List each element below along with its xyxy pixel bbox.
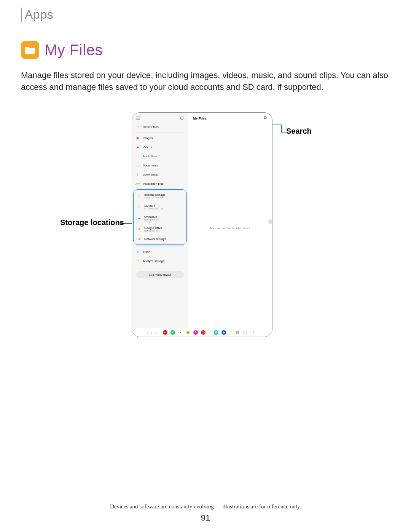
page-number: 91 <box>0 513 411 523</box>
sidebar-item-installation[interactable]: APK Installation files <box>132 179 188 189</box>
svg-point-3 <box>264 117 266 119</box>
document-icon: ▭ <box>136 164 140 168</box>
sidebar-item-label: OneDrive <box>144 215 158 219</box>
taskbar: ⋮⋮⋮ ▸ ✆ ● ✿ ◯ ▣ ◉ ||| ◯ 〈 <box>132 328 272 337</box>
intro-paragraph: Manage files stored on your device, incl… <box>21 70 390 93</box>
phone-icon: ▯ <box>137 194 141 198</box>
divider <box>136 133 184 133</box>
storage-locations-group: ▯ Internal storage 43.08 GB / 256 GB ⌷ S… <box>133 189 187 245</box>
sidebar-item-label: Recent files <box>143 125 159 129</box>
sidebar-item-recent[interactable]: ◷ Recent files <box>132 123 188 132</box>
main-title: My Files <box>193 117 207 120</box>
dock-app-1-icon[interactable]: ▸ <box>163 330 167 335</box>
sidebar-item-label: Analyze storage <box>143 259 164 263</box>
sidebar-item-internal[interactable]: ▯ Internal storage 43.08 GB / 256 GB <box>134 190 186 201</box>
sidebar-item-network[interactable]: ⊞ Network storage <box>134 235 186 244</box>
download-icon: ⭳ <box>136 173 140 177</box>
section-header-text: Apps <box>23 8 390 22</box>
sidebar-item-sub: Not signed in <box>144 219 158 221</box>
sidebar-item-sdcard[interactable]: ⌷ SD card 8.41 MB / 1.90 GB <box>134 201 186 212</box>
folder-icon <box>21 41 39 59</box>
dock-recent-1-icon[interactable]: ▣ <box>214 330 218 335</box>
sidebar-item-analyze[interactable]: ◔ Analyze storage <box>132 257 188 266</box>
onedrive-icon: ☁ <box>137 216 141 220</box>
device-frame: ◷ Recent files ▣ Images ▶ Videos ♪ Audi <box>132 112 272 337</box>
sidebar-item-label: Images <box>143 136 153 140</box>
nav-recents-icon[interactable]: ||| <box>235 331 240 334</box>
analyze-icon: ◔ <box>136 259 140 263</box>
sidebar-item-label: Installation files <box>143 182 164 185</box>
dock-recent-2-icon[interactable]: ◉ <box>221 330 226 335</box>
sidebar-item-label: Downloads <box>143 173 158 176</box>
sidebar: ◷ Recent files ▣ Images ▶ Videos ♪ Audi <box>132 113 188 328</box>
sidebar-item-label: Trash <box>143 250 150 254</box>
trash-icon: 🗑 <box>136 250 140 254</box>
gear-icon[interactable] <box>180 116 184 120</box>
svg-line-4 <box>266 118 268 120</box>
dock-messages-icon[interactable]: ● <box>178 330 183 335</box>
nav-home-icon[interactable]: ◯ <box>243 331 247 334</box>
sidebar-item-images[interactable]: ▣ Images <box>132 134 188 143</box>
sidebar-item-label: Videos <box>143 145 152 149</box>
sidebar-item-label: Google Drive <box>144 226 162 230</box>
apps-grid-icon[interactable]: ⋮⋮⋮ <box>149 330 154 335</box>
sidebar-item-label: Audio files <box>143 155 157 158</box>
sidebar-item-sub: 8.41 MB / 1.90 GB <box>144 208 163 210</box>
sidebar-item-sub: 43.08 GB / 256 GB <box>144 197 166 199</box>
page-title: My Files <box>45 42 103 59</box>
edge-panel-handle[interactable] <box>268 219 272 224</box>
illustration-area: Search Storage locations ◷ <box>21 112 390 348</box>
sidebar-item-videos[interactable]: ▶ Videos <box>132 143 188 152</box>
clock-icon: ◷ <box>136 125 140 129</box>
search-icon[interactable] <box>264 116 268 121</box>
sidebar-item-trash[interactable]: 🗑 Trash <box>132 248 188 257</box>
gdrive-icon: ◆ <box>137 227 141 231</box>
image-icon: ▣ <box>136 136 140 140</box>
svg-point-6 <box>187 332 189 333</box>
sidebar-item-sub: Not signed in <box>144 230 162 232</box>
callout-search: Search <box>286 127 312 136</box>
sidebar-item-audio[interactable]: ♪ Audio files <box>132 152 188 161</box>
dock-chrome-icon[interactable] <box>186 330 190 335</box>
edit-menu-layout-button[interactable]: Edit menu layout <box>136 271 184 278</box>
sidebar-item-onedrive[interactable]: ☁ OneDrive Not signed in <box>134 212 186 224</box>
network-icon: ⊞ <box>137 237 141 241</box>
hamburger-icon[interactable] <box>136 116 140 120</box>
sidebar-item-label: SD card <box>144 204 163 208</box>
dock-gallery-icon[interactable]: ✿ <box>193 330 198 335</box>
sidebar-item-label: Documents <box>143 164 158 167</box>
callout-storage: Storage locations <box>60 218 124 227</box>
dock-camera-icon[interactable]: ◯ <box>201 330 206 335</box>
audio-icon: ♪ <box>136 155 140 158</box>
sidebar-item-label: Internal storage <box>144 193 166 197</box>
sdcard-icon: ⌷ <box>137 205 141 209</box>
section-header: Apps <box>21 8 390 22</box>
svg-point-2 <box>182 117 183 118</box>
sidebar-item-documents[interactable]: ▭ Documents <box>132 161 188 170</box>
apk-icon: APK <box>136 182 140 186</box>
dock-phone-icon[interactable]: ✆ <box>170 330 175 335</box>
nav-back-icon[interactable]: 〈 <box>250 330 255 335</box>
video-icon: ▶ <box>136 145 140 149</box>
divider <box>136 246 184 247</box>
empty-hint: Select an item from the list on the left… <box>188 227 272 230</box>
main-pane: My Files Select an item from the list on… <box>188 113 272 328</box>
title-row: My Files <box>21 41 390 59</box>
sidebar-item-label: Network storage <box>144 237 166 241</box>
sidebar-item-gdrive[interactable]: ◆ Google Drive Not signed in <box>134 224 186 235</box>
footnote: Devices and software are constantly evol… <box>0 503 411 510</box>
sidebar-item-downloads[interactable]: ⭳ Downloads <box>132 170 188 179</box>
